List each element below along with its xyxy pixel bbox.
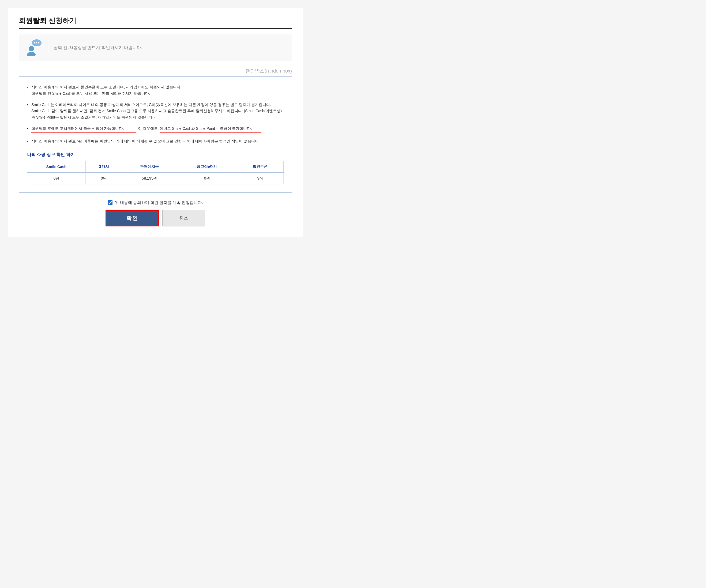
person-chat-icon (26, 39, 43, 56)
confirm-button[interactable]: 확인 (106, 210, 159, 226)
table-cell-coupon: 9장 (237, 173, 283, 184)
highlight-text-2: 이벤트 Smile Cash와 Smile Point는 출금이 불가합니다. (160, 126, 252, 131)
svg-point-3 (36, 42, 38, 44)
agree-label: 위 내용에 동의하며 회원 탈퇴를 계속 진행합니다. (115, 200, 203, 205)
svg-point-2 (34, 42, 35, 44)
notice-text: 탈퇴 전, G통장을 반드시 확인하시기 바랍니다. (53, 45, 143, 51)
table-header-coupon: 할인쿠폰 (237, 161, 283, 173)
highlight-text-1: 회원탈퇴 후에도 고객센터에서 출금 신청이 가능합니다. (31, 126, 124, 131)
list-item: Smile Cash는 이베이코리아 사이트 내의 공통 가상계좌 서비스이므로… (27, 102, 284, 121)
table-cell-sale-reserve: 58,195원 (122, 173, 177, 184)
button-row: 확인 취소 (19, 210, 292, 226)
table-header-smile-cash: Smile Cash (27, 161, 86, 173)
red-underline-1 (31, 132, 136, 133)
randombox-label: 랜덤박스(randombox) (19, 68, 292, 74)
cancel-button[interactable]: 취소 (162, 210, 205, 226)
svg-point-5 (29, 46, 34, 51)
table-cell-gcash: 0원 (86, 173, 122, 184)
table-cell-ad-emoney: 0원 (177, 173, 237, 184)
table-header-sale-reserve: 판매예치금 (122, 161, 177, 173)
list-item-highlight: 회원탈퇴 후에도 고객센터에서 출금 신청이 가능합니다. 이 경우에도 이벤트… (27, 126, 284, 133)
red-underline-2 (160, 132, 262, 133)
notice-box: 탈퇴 전, G통장을 반드시 확인하시기 바랍니다. (19, 34, 292, 61)
svg-point-4 (38, 42, 40, 44)
table-row: 0원 0원 58,195원 0원 9장 (27, 173, 284, 184)
table-cell-smile-cash: 0원 (27, 173, 86, 184)
list-item: 서비스 이용계약 해지 완료시 할인쿠폰이 모두 소멸되며, 재가입시에도 복원… (27, 84, 284, 97)
list-item: 서비스 이용계약 해지 완료 5년 이후에는 회원님의 거래 내역이 삭제될 수… (27, 138, 284, 144)
svg-point-6 (27, 52, 36, 56)
page-title: 회원탈퇴 신청하기 (19, 16, 292, 29)
page-container: 회원탈퇴 신청하기 탈퇴 전, G통장을 반드시 확인하시기 바랍니다. 랜덤박… (8, 8, 303, 237)
agree-row: 위 내용에 동의하며 회원 탈퇴를 계속 진행합니다. (19, 200, 292, 205)
info-list: 서비스 이용계약 해지 완료시 할인쿠폰이 모두 소멸되며, 재가입시에도 복원… (27, 84, 284, 144)
info-box: 서비스 이용계약 해지 완료시 할인쿠폰이 모두 소멸되며, 재가입시에도 복원… (19, 76, 292, 193)
shopping-info-title: 나의 쇼핑 정보 확인 하기 (27, 152, 284, 158)
table-header-ad-emoney: 광고성e머니 (177, 161, 237, 173)
shopping-info-table: Smile Cash G캐시 판매예치금 광고성e머니 할인쿠폰 0원 0원 5… (27, 161, 284, 184)
table-header-gcash: G캐시 (86, 161, 122, 173)
agree-checkbox[interactable] (108, 200, 113, 205)
